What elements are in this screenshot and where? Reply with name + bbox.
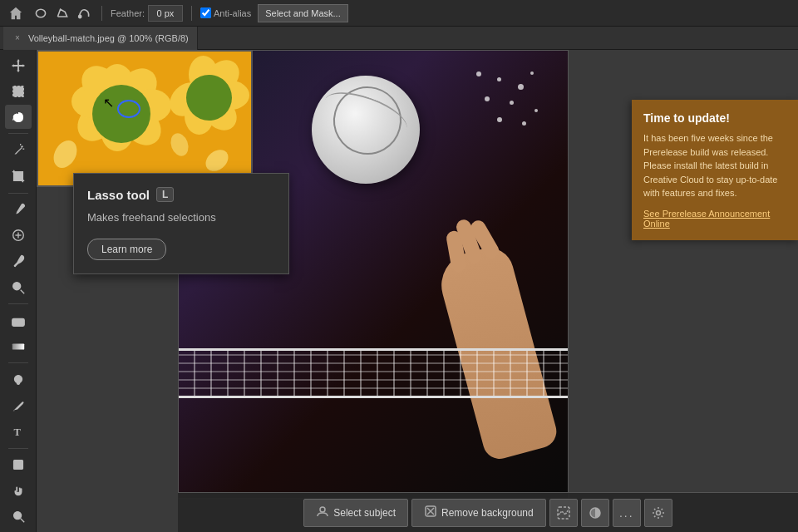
svg-line-3 (12, 118, 13, 121)
home-icon[interactable] (7, 4, 25, 22)
tool-heal[interactable] (5, 224, 32, 248)
feather-input[interactable] (148, 5, 183, 22)
main-area: T (0, 50, 798, 532)
tool-separator-3 (8, 303, 28, 304)
toolbar-divider-1 (101, 6, 102, 21)
net-line (179, 348, 568, 398)
tool-pen[interactable] (5, 393, 32, 417)
svg-rect-2 (12, 86, 23, 96)
remove-background-button[interactable]: Remove background (411, 499, 546, 527)
poly-lasso-icon[interactable] (53, 4, 71, 22)
remove-background-label: Remove background (441, 507, 534, 519)
tool-lasso[interactable] (5, 105, 32, 129)
select-mask-button[interactable]: Select and Mask... (258, 4, 348, 22)
notification-title: Time to update! (643, 111, 786, 125)
tool-crop[interactable] (5, 164, 32, 188)
tool-gradient[interactable] (5, 334, 32, 358)
tab-title: Volleyball-match.jpeg @ 100% (RGB/8) (28, 33, 189, 43)
notification-body: It has been five weeks since the Prerele… (643, 131, 786, 200)
spotlight-dots (468, 67, 551, 134)
svg-point-26 (656, 510, 660, 515)
anti-alias-checkbox[interactable] (200, 7, 211, 18)
tooltip-shortcut: L (156, 187, 174, 202)
tool-separator-5 (8, 448, 28, 449)
select-subject-label: Select subject (333, 507, 396, 519)
svg-rect-11 (12, 318, 23, 326)
tooltip-description: Makes freehand selections (87, 210, 275, 225)
feather-label: Feather: (111, 8, 145, 18)
tool-marquee[interactable] (5, 79, 32, 103)
learn-more-button[interactable]: Learn more (87, 239, 166, 260)
left-toolbar: T (0, 50, 37, 532)
anti-alias-checkbox-container: Anti-alias (200, 7, 251, 18)
toolbar-divider-2 (191, 6, 192, 21)
select-subject-icon (316, 505, 329, 520)
more-options-dots: ... (619, 506, 634, 520)
svg-point-18 (13, 512, 21, 520)
tool-type[interactable]: T (5, 419, 32, 443)
remove-bg-icon (424, 505, 437, 520)
tool-separator-4 (8, 362, 28, 363)
tool-magic-wand[interactable] (5, 138, 32, 162)
volleyball (312, 76, 420, 184)
svg-line-19 (20, 519, 24, 523)
svg-rect-24 (558, 507, 569, 519)
tool-shape[interactable] (5, 453, 32, 477)
tool-hand[interactable] (5, 479, 32, 503)
invert-selection-button[interactable] (581, 499, 609, 527)
tool-options-group (32, 4, 93, 22)
svg-rect-13 (12, 343, 23, 349)
tool-separator-2 (8, 193, 28, 194)
notification-panel: Time to update! It has been five weeks s… (632, 100, 798, 240)
anti-alias-label: Anti-alias (214, 8, 251, 18)
tab-bar: × Volleyball-match.jpeg @ 100% (RGB/8) (0, 27, 798, 50)
bottom-bar: Select subject Remove background (178, 492, 798, 532)
tooltip-panel: Lasso tool L Makes freehand selections L… (73, 173, 289, 274)
svg-point-1 (79, 15, 81, 17)
svg-point-0 (36, 9, 45, 17)
thumbnail-panel: ↖ (37, 50, 253, 187)
thumbnail-image: ↖ (38, 52, 251, 185)
tool-separator-1 (8, 133, 28, 134)
tool-eyedropper[interactable] (5, 198, 32, 222)
document-tab[interactable]: × Volleyball-match.jpeg @ 100% (RGB/8) (3, 27, 198, 50)
svg-rect-17 (13, 461, 22, 470)
tooltip-tool-name: Lasso tool (87, 188, 150, 202)
lasso-icon[interactable] (32, 4, 50, 22)
refine-selection-button[interactable] (549, 499, 578, 527)
svg-text:T: T (13, 426, 21, 438)
tool-brush[interactable] (5, 249, 32, 273)
svg-marker-15 (12, 410, 14, 411)
select-subject-button[interactable]: Select subject (303, 499, 408, 527)
svg-line-4 (21, 145, 22, 147)
tool-zoom[interactable] (5, 505, 32, 529)
tool-dodge[interactable] (5, 367, 32, 392)
notification-link[interactable]: See Prerelease Announcement Online (643, 209, 786, 229)
tooltip-title-row: Lasso tool L (87, 187, 275, 202)
tool-eraser[interactable] (5, 308, 32, 332)
svg-point-14 (14, 375, 22, 382)
svg-point-10 (12, 282, 20, 289)
svg-point-20 (320, 507, 325, 512)
settings-button[interactable] (644, 499, 672, 527)
tab-close-icon[interactable]: × (12, 32, 23, 44)
canvas-area[interactable]: ↖ (37, 50, 798, 532)
mag-lasso-icon[interactable] (75, 4, 93, 22)
feather-field: Feather: (111, 5, 183, 22)
more-options-button[interactable]: ... (613, 499, 641, 527)
top-toolbar: Feather: Anti-alias Select and Mask... (0, 0, 798, 27)
tool-clone[interactable] (5, 275, 32, 299)
tool-move[interactable] (5, 53, 32, 77)
